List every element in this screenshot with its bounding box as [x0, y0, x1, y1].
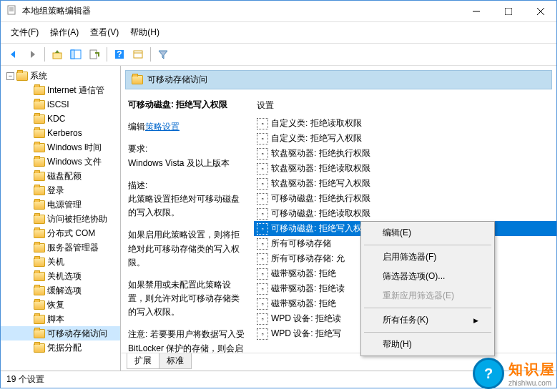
export-button[interactable] [86, 46, 103, 63]
minimize-button[interactable] [460, 1, 492, 21]
submenu-arrow-icon: ▶ [473, 317, 478, 324]
tree-item[interactable]: 登录 [1, 183, 120, 197]
tree-item[interactable]: 磁盘配额 [1, 169, 120, 183]
watermark-brand: 知识屋 [509, 360, 556, 379]
tab-standard[interactable]: 标准 [159, 353, 192, 369]
ctx-edit[interactable]: 编辑(E) [363, 223, 493, 242]
setting-label: 磁带驱动器: 拒绝读 [271, 283, 345, 295]
tree-item[interactable]: 缓解选项 [1, 283, 120, 298]
setting-item[interactable]: ▫软盘驱动器: 拒绝执行权限 [254, 146, 556, 161]
tab-extended[interactable]: 扩展 [127, 353, 159, 369]
setting-item[interactable]: ▫软盘驱动器: 拒绝读取权限 [254, 161, 556, 176]
tree-item-label: 脚本 [47, 313, 64, 325]
policy-icon: ▫ [257, 178, 268, 190]
tree-item[interactable]: 关机选项 [1, 269, 120, 283]
tree-item[interactable]: 凭据分配 [1, 340, 120, 355]
policy-icon: ▫ [257, 208, 268, 220]
tree-item[interactable]: iSCSI [1, 97, 120, 112]
filter-button[interactable] [154, 46, 172, 63]
setting-label: WPD 设备: 拒绝写 [271, 328, 341, 340]
policy-icon: ▫ [257, 148, 268, 160]
window-title: 本地组策略编辑器 [22, 5, 91, 17]
setting-label: 软盘驱动器: 拒绝写入权限 [271, 177, 370, 190]
panel-title: 可移动存储访问 [147, 74, 207, 86]
folder-icon [34, 215, 45, 224]
folder-icon [34, 86, 45, 95]
tree-item[interactable]: 分布式 COM [1, 226, 120, 240]
menu-file[interactable]: 文件(F) [6, 25, 43, 40]
up-button[interactable] [49, 46, 66, 63]
properties-button[interactable] [129, 46, 147, 63]
svg-text:?: ? [117, 49, 122, 59]
tree-item-label: 访问被拒绝协助 [47, 213, 107, 225]
tree-item[interactable]: Kerberos [1, 126, 120, 140]
maximize-button[interactable] [492, 1, 524, 21]
ctx-filter-options[interactable]: 筛选器选项(O)... [363, 267, 493, 286]
policy-icon: ▫ [257, 223, 268, 235]
folder-icon [34, 272, 45, 281]
menubar: 文件(F) 操作(A) 查看(V) 帮助(H) [1, 22, 556, 43]
desc-para2: 如果启用此策略设置，则将拒绝对此可移动存储类的写入权限。 [128, 228, 245, 270]
tree-item[interactable]: 关机 [1, 255, 120, 269]
watermark: ? 知识屋 zhishiwu.com [473, 358, 556, 389]
tree-item[interactable]: Windows 时间 [1, 140, 120, 155]
folder-icon [34, 329, 45, 338]
tree-item[interactable]: 脚本 [1, 312, 120, 326]
close-button[interactable] [524, 1, 556, 21]
setting-item[interactable]: ▫自定义类: 拒绝写入权限 [254, 131, 556, 146]
watermark-badge: ? [473, 358, 504, 389]
requirements-label: 要求: [128, 142, 245, 156]
forward-button[interactable] [24, 46, 41, 63]
folder-icon [34, 315, 45, 324]
collapse-icon[interactable]: − [6, 72, 14, 80]
tree-item-label: 分布式 COM [47, 227, 95, 240]
ctx-all-tasks[interactable]: 所有任务(K)▶ [363, 310, 493, 330]
setting-label: 可移动磁盘: 拒绝读取权限 [271, 207, 370, 220]
ctx-reapply-filter: 重新应用筛选器(E) [363, 286, 493, 305]
folder-icon [34, 229, 45, 238]
setting-item[interactable]: ▫可移动磁盘: 拒绝读取权限 [254, 206, 556, 221]
folder-icon [34, 100, 45, 109]
show-hide-tree-button[interactable] [67, 46, 84, 63]
app-icon [6, 4, 18, 18]
setting-item[interactable]: ▫自定义类: 拒绝读取权限 [254, 116, 556, 131]
policy-icon: ▫ [257, 163, 268, 175]
setting-label: 可移动磁盘: 拒绝写入权限 [271, 222, 370, 235]
policy-icon: ▫ [257, 253, 268, 265]
back-button[interactable] [5, 46, 22, 63]
desc-label: 描述: [128, 179, 245, 192]
folder-icon [34, 114, 45, 124]
setting-item[interactable]: ▫可移动磁盘: 拒绝执行权限 [254, 191, 556, 206]
help-button[interactable]: ? [111, 46, 128, 63]
setting-item[interactable]: ▫软盘驱动器: 拒绝写入权限 [254, 176, 556, 191]
tree-item[interactable]: 访问被拒绝协助 [1, 212, 120, 226]
tree-item-label: 凭据分配 [47, 342, 82, 354]
desc-body: 此策略设置拒绝对可移动磁盘的写入权限。 [128, 192, 245, 220]
folder-icon [34, 286, 45, 295]
tree-item[interactable]: Windows 文件 [1, 155, 120, 169]
ctx-enable-filter[interactable]: 启用筛选器(F) [363, 248, 493, 267]
tree-root[interactable]: − 系统 [1, 69, 120, 83]
tree-item[interactable]: 恢复 [1, 298, 120, 312]
tree-item[interactable]: 可移动存储访问 [1, 326, 120, 340]
tree-panel[interactable]: − 系统 Internet 通信管iSCSIKDCKerberosWindows… [1, 66, 121, 371]
edit-policy-link[interactable]: 策略设置 [145, 122, 180, 132]
context-menu: 编辑(E) 启用筛选器(F) 筛选器选项(O)... 重新应用筛选器(E) 所有… [360, 221, 495, 356]
tree-item[interactable]: Internet 通信管 [1, 83, 120, 97]
tree-item-label: 电源管理 [47, 199, 82, 211]
tree-item-label: 关机 [47, 256, 64, 268]
menu-action[interactable]: 操作(A) [46, 25, 83, 40]
setting-label: 自定义类: 拒绝读取权限 [271, 117, 362, 129]
ctx-help[interactable]: 帮助(H) [363, 335, 493, 354]
menu-view[interactable]: 查看(V) [86, 25, 123, 40]
tree-item[interactable]: KDC [1, 112, 120, 126]
folder-icon [16, 72, 28, 81]
svg-rect-0 [8, 6, 15, 14]
folder-icon [34, 258, 45, 267]
desc-para4: 注意: 若要要用户将数据写入受 BitLocker 保护的存储，则会启用"拒绝对… [128, 328, 245, 353]
tree-item[interactable]: 电源管理 [1, 197, 120, 212]
tree-item[interactable]: 服务器管理器 [1, 240, 120, 255]
titlebar: 本地组策略编辑器 [1, 1, 556, 22]
folder-icon [34, 157, 45, 167]
menu-help[interactable]: 帮助(H) [126, 25, 164, 40]
